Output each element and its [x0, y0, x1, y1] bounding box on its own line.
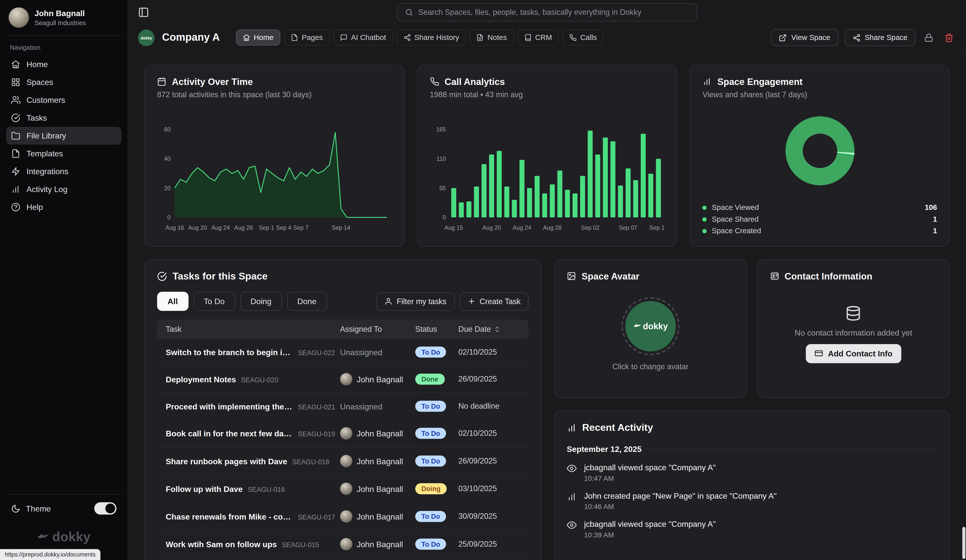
tab-pages[interactable]: Pages	[284, 29, 330, 46]
legend-item: Space Created1	[703, 226, 937, 235]
panel-left-icon	[138, 7, 149, 18]
task-row[interactable]: Book call in for the next few days ...SE…	[157, 420, 529, 447]
image-icon	[567, 272, 576, 281]
task-code: SEAGU-022	[298, 349, 335, 356]
vertical-scrollbar	[961, 0, 966, 560]
task-filter-doing[interactable]: Doing	[240, 292, 282, 311]
sidebar-item-help[interactable]: Help	[6, 198, 121, 216]
task-assignee: John Bagnall	[340, 510, 415, 522]
add-contact-info-button[interactable]: Add Contact Info	[806, 344, 901, 363]
eye-icon	[567, 520, 577, 530]
task-row[interactable]: Deployment NotesSEAGU-020John BagnallDon…	[157, 366, 529, 393]
task-row[interactable]: Share runbook pages with DaveSEAGU-018Jo…	[157, 447, 529, 475]
task-filter-all[interactable]: All	[157, 292, 188, 311]
tasks-table: TaskAssigned ToStatusDue Date Switch to …	[157, 319, 529, 558]
sidebar-item-home[interactable]: Home	[6, 55, 121, 73]
sidebar-item-label: Tasks	[26, 113, 47, 123]
card-title: Space Avatar	[582, 271, 639, 282]
sidebar-item-templates[interactable]: Templates	[6, 145, 121, 163]
sidebar-item-label: Activity Log	[26, 185, 67, 194]
space-avatar-upload[interactable]: dokky	[621, 297, 679, 355]
space-avatar-image: dokky	[625, 301, 676, 351]
column-header-due-date[interactable]: Due Date	[458, 325, 520, 334]
delete-space-button[interactable]	[942, 30, 956, 44]
tab-share-history[interactable]: Share History	[396, 29, 466, 46]
theme-toggle[interactable]	[94, 502, 117, 514]
column-header-status: Status	[415, 325, 458, 334]
search-box[interactable]	[397, 3, 697, 21]
stats-row: Activity Over Time 872 total activities …	[144, 65, 950, 247]
grid-icon	[11, 78, 20, 87]
task-row[interactable]: Work wtih Sam on follow upsSEAGU-015John…	[157, 531, 529, 558]
calendar-icon	[157, 77, 166, 86]
task-status-badge: To Do	[415, 401, 446, 412]
tab-ai-chatbot[interactable]: AI Chatbot	[334, 29, 393, 46]
legend-value: 1	[933, 226, 937, 235]
card-title: Space Engagement	[717, 76, 802, 87]
task-row[interactable]: Follow up with DaveSEAGU-016John Bagnall…	[157, 475, 529, 503]
task-assignee: John Bagnall	[340, 455, 415, 467]
assignee-avatar	[340, 455, 352, 467]
task-code: SEAGU-016	[248, 485, 285, 493]
card-title: Activity Over Time	[172, 76, 253, 87]
task-row[interactable]: Chase renewals from Mike - contract...SE…	[157, 503, 529, 531]
sidebar-nav: HomeSpacesCustomersTasksFile LibraryTemp…	[6, 55, 121, 216]
user-profile[interactable]: John Bagnall Seagull Industries	[6, 6, 121, 36]
search-input[interactable]	[418, 8, 690, 16]
contact-information-card: Contact Information No contact informati…	[757, 259, 950, 398]
lock-button[interactable]	[922, 30, 936, 44]
legend-value: 1	[933, 215, 937, 223]
check-circle-icon	[11, 113, 20, 123]
assignee-avatar	[340, 483, 352, 495]
sidebar-toggle-button[interactable]	[138, 7, 149, 18]
sidebar-item-activity-log[interactable]: Activity Log	[6, 180, 121, 198]
tab-home[interactable]: Home	[236, 29, 280, 46]
activity-text: jcbagnall viewed space "Company A"	[584, 463, 716, 472]
task-assignee: John Bagnall	[340, 538, 415, 550]
theme-label: Theme	[26, 504, 51, 513]
sidebar-item-file-library[interactable]: File Library	[6, 127, 121, 144]
legend-label: Space Created	[712, 226, 761, 235]
sidebar-footer: Theme dokky	[6, 495, 121, 555]
svg-text:Aug 15: Aug 15	[444, 225, 463, 231]
card-subtitle: 1988 min total • 43 min avg	[430, 90, 664, 99]
space-avatar-body: dokky Click to change avatar	[567, 281, 734, 386]
task-filter-done[interactable]: Done	[287, 292, 327, 311]
task-due-date: 03/10/2025	[458, 484, 520, 493]
task-assignee: John Bagnall	[340, 483, 415, 495]
user-company: Seagull Industries	[34, 19, 86, 26]
view-space-button[interactable]: View Space	[771, 29, 838, 46]
bird-icon	[37, 531, 49, 543]
legend-label: Space Shared	[712, 215, 759, 223]
assignee-avatar	[340, 373, 352, 385]
create-task-button[interactable]: Create Task	[459, 292, 529, 310]
sidebar-item-spaces[interactable]: Spaces	[6, 73, 121, 91]
tab-calls[interactable]: Calls	[562, 29, 603, 46]
card-header: Space Engagement	[703, 76, 937, 87]
book-icon	[524, 34, 531, 41]
user-icon	[384, 297, 393, 305]
assignee-avatar	[340, 427, 352, 440]
tab-crm[interactable]: CRM	[517, 29, 559, 46]
card-header: Activity Over Time	[157, 76, 391, 87]
filter-my-tasks-button[interactable]: Filter my tasks	[376, 292, 454, 310]
task-row[interactable]: Proceed with implementing the chart...SE…	[157, 393, 529, 420]
activity-text: jcbagnall viewed space "Company A"	[584, 519, 716, 529]
sidebar-item-customers[interactable]: Customers	[6, 91, 121, 109]
activity-time: 10:39 AM	[584, 531, 716, 539]
sidebar-item-integrations[interactable]: Integrations	[6, 163, 121, 180]
task-status-badge: Done	[415, 374, 445, 385]
task-filter-to-do[interactable]: To Do	[193, 292, 235, 311]
sidebar-item-tasks[interactable]: Tasks	[6, 109, 121, 127]
scrollbar-thumb[interactable]	[962, 527, 965, 559]
bird-icon	[633, 322, 641, 330]
legend-dot	[703, 217, 707, 221]
svg-text:Aug 24: Aug 24	[211, 225, 230, 231]
check-circle-icon	[157, 272, 167, 281]
sort-icon	[493, 326, 501, 333]
tab-notes[interactable]: Notes	[470, 29, 514, 46]
task-row[interactable]: Switch to the branch to begin imple...SE…	[157, 339, 529, 365]
share-space-button[interactable]: Share Space	[844, 29, 916, 46]
lower-row: Tasks for this Space AllTo DoDoingDone F…	[144, 259, 950, 560]
svg-text:Sep 02: Sep 02	[581, 225, 599, 231]
